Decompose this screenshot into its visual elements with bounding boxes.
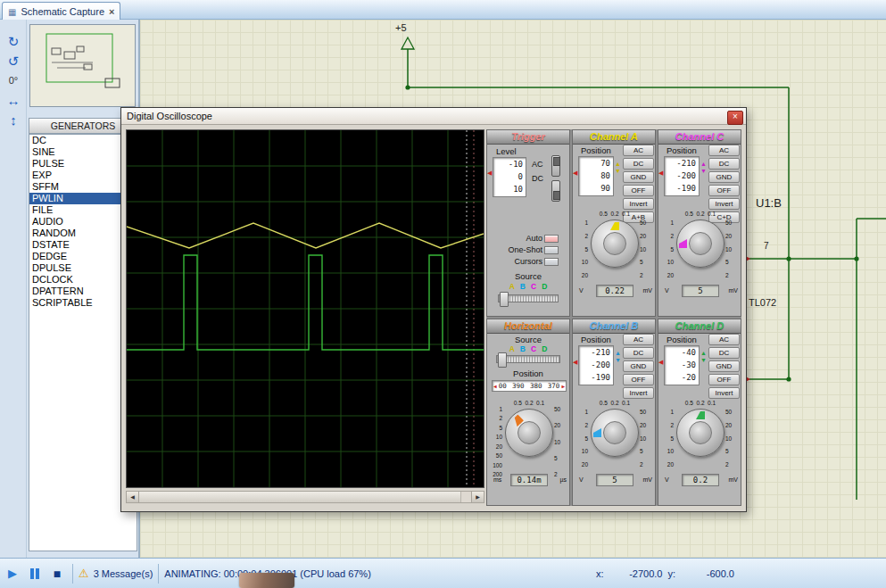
spinner-arrows[interactable]: ▲ ▼ [615, 350, 621, 364]
one-shot-indicator[interactable] [544, 246, 559, 254]
spinner-up-icon[interactable]: ▲ [700, 350, 707, 357]
spinner-decrement-icon[interactable]: ◀ [573, 359, 577, 366]
channel-mode-button[interactable]: OFF [623, 185, 654, 196]
mirror-vertical-icon[interactable]: ↕ [0, 112, 27, 128]
channel-mode-button[interactable]: Invert [623, 387, 654, 399]
scale-value: 50 [725, 219, 732, 226]
spinner-decrement-icon[interactable]: ◀ [658, 170, 663, 177]
channel-a-gain-knob[interactable] [591, 219, 639, 268]
stop-button[interactable]: ■ [47, 565, 67, 583]
trigger-ac-switch[interactable] [551, 155, 560, 177]
spinner-decrement-icon[interactable]: ◀ [658, 359, 663, 366]
channel-mode-button[interactable]: GND [623, 360, 654, 372]
channel-mode-button[interactable]: Invert [623, 198, 654, 210]
channel-mode-button[interactable]: GND [623, 171, 654, 183]
oscilloscope-titlebar[interactable]: Digital Oscilloscope × [121, 108, 746, 125]
spinner-down-icon[interactable]: ▼ [700, 357, 707, 364]
unit-right-label: mV [729, 476, 739, 483]
channel-a-section: Channel A Position 708090 ◀ ▲ ▼ ACDCGNDO… [572, 129, 656, 317]
channel-mode-button[interactable]: AC [623, 334, 654, 345]
spinner-down-icon[interactable]: ▼ [615, 357, 621, 364]
play-button[interactable]: ▶ [3, 565, 22, 583]
slider-handle[interactable] [498, 352, 507, 368]
spinner-arrows[interactable]: ▲ ▼ [700, 350, 707, 364]
channel-mode-button[interactable]: OFF [708, 374, 740, 385]
channel-mode-button[interactable]: GND [708, 360, 740, 372]
channel-mode-button[interactable]: AC [708, 145, 740, 156]
channel-d-buttons: ACDCGNDOFFInvert [708, 334, 741, 401]
channel-mode-button[interactable]: Invert [708, 387, 740, 399]
spinner-up-icon[interactable]: ▲ [615, 350, 621, 357]
taskbar-photo-fragment [239, 573, 294, 588]
channel-d-position-spinner[interactable]: -40-30-20 [664, 345, 700, 385]
knob-center [603, 421, 626, 444]
position-value: -30 [665, 359, 699, 371]
channel-d-header: Channel D [658, 319, 741, 334]
rotate-anticlockwise-icon[interactable]: ↺ [0, 54, 27, 70]
scale-value: 20 [640, 422, 646, 428]
channel-mode-button[interactable]: OFF [708, 185, 740, 196]
messages-count[interactable]: 3 Message(s) [94, 568, 153, 579]
horizontal-source-slider[interactable] [496, 355, 560, 363]
trigger-dc-label: DC [532, 174, 543, 183]
channel-mode-button[interactable]: AC [708, 334, 740, 345]
spinner-up-icon[interactable]: ▲ [615, 161, 621, 168]
spinner-arrows[interactable]: ▲ ▼ [615, 161, 621, 175]
tab-schematic-capture[interactable]: ▦ Schematic Capture × [2, 2, 120, 21]
spinner-arrows[interactable]: ▲ ▼ [700, 161, 707, 175]
mirror-horizontal-icon[interactable]: ↔ [0, 93, 27, 108]
rotate-clockwise-icon[interactable]: ↻ [0, 34, 27, 50]
channel-c-header: Channel C [658, 130, 741, 145]
channel-mode-button[interactable]: DC [708, 347, 740, 359]
scrollbar-thumb[interactable] [139, 492, 461, 502]
tab-close-icon[interactable]: × [109, 6, 114, 17]
timebase-value: 0.14m [510, 474, 548, 486]
trigger-dc-switch[interactable] [551, 180, 560, 202]
auto-indicator[interactable] [544, 235, 559, 243]
scale-value: 10 [725, 246, 732, 253]
slider-handle[interactable] [500, 292, 509, 307]
spinner-down-icon[interactable]: ▼ [615, 168, 621, 175]
schematic-overview-preview[interactable] [29, 24, 136, 107]
scale-value: 10 [496, 434, 502, 440]
position-value: 390 [512, 382, 525, 390]
trigger-source-slider[interactable] [498, 294, 559, 302]
status-bar: ▶ ■ ⚠ 3 Message(s) ANIMATING: 00:00:04.3… [0, 558, 886, 588]
spinner-decrement-icon[interactable]: ◀ [573, 170, 577, 177]
channel-mode-button[interactable]: GND [708, 171, 740, 183]
channel-mode-button[interactable]: DC [623, 347, 654, 359]
position-value: 370 [548, 382, 560, 390]
channel-c-gain-knob[interactable] [676, 219, 725, 268]
timebase-knob[interactable] [505, 409, 553, 457]
channel-mode-button[interactable]: DC [623, 158, 654, 170]
display-scrollbar[interactable]: ◀ ▶ [126, 491, 484, 503]
channel-mode-button[interactable]: OFF [623, 374, 654, 385]
channel-mode-button[interactable]: AC [623, 145, 654, 156]
trigger-level-spinner[interactable]: -10010 [493, 157, 526, 197]
position-value: 70 [579, 157, 613, 170]
window-close-button[interactable]: × [727, 111, 743, 125]
spinner-decrement-icon[interactable]: ◀ [487, 170, 492, 177]
channel-a-position-spinner[interactable]: 708090 [578, 156, 614, 196]
channel-mode-button[interactable]: Invert [708, 198, 740, 210]
spinner-up-icon[interactable]: ▲ [700, 161, 707, 168]
source-channel-letter: C [531, 282, 536, 291]
strip-right-icon[interactable]: ▶ [560, 383, 566, 389]
cursors-indicator[interactable] [544, 258, 559, 266]
scroll-right-icon[interactable]: ▶ [471, 492, 484, 502]
spinner-down-icon[interactable]: ▼ [700, 168, 707, 175]
cursor-coordinates: x: -2700.0 y: -600.0 [596, 568, 734, 579]
knob-scale-left: 1251020 [661, 409, 674, 468]
scale-value: 10 [725, 435, 732, 442]
channel-mode-button[interactable]: DC [708, 158, 740, 170]
channel-d-gain-knob[interactable] [676, 409, 725, 457]
channel-b-position-spinner[interactable]: -210-200-190 [578, 345, 614, 385]
scale-value: 2 [725, 272, 729, 278]
scroll-left-icon[interactable]: ◀ [127, 492, 139, 502]
channel-c-position-spinner[interactable]: -210-200-190 [664, 156, 700, 196]
horizontal-position-spinner[interactable]: ◀ 00390380370 ▶ [492, 380, 567, 392]
channel-b-gain-knob[interactable] [591, 409, 639, 457]
pause-button[interactable] [25, 565, 45, 583]
unit-right-label: µs [559, 476, 567, 483]
horizontal-position-values: 00390380370 [498, 382, 561, 390]
